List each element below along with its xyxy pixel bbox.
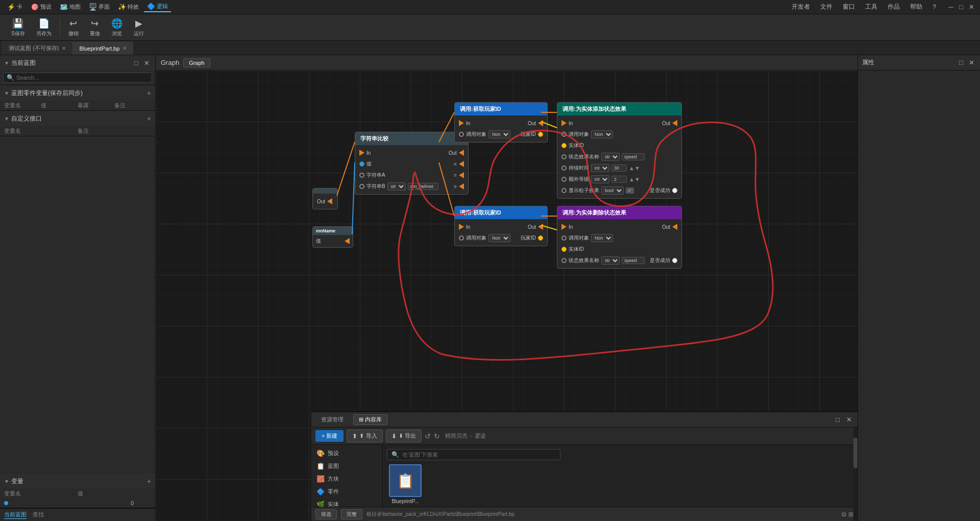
add-pin-in: In [561, 119, 645, 128]
search-input[interactable] [16, 75, 149, 81]
add-pin-out: Out [662, 119, 677, 128]
add-callobject-select[interactable]: Non [591, 130, 613, 138]
tab-current-blueprint[interactable]: 当前蓝图 [4, 511, 27, 519]
add-effectname-input[interactable] [622, 153, 645, 160]
add-pin-entityid-yellow [561, 143, 567, 148]
close-button[interactable]: ✕ [967, 3, 976, 12]
menu-item-logic[interactable]: 🔷逻辑 [144, 2, 171, 12]
copy-icon[interactable]: ⧉ [842, 511, 846, 518]
menu-item-effects[interactable]: ✨特效 [115, 2, 142, 12]
scrollbar-thumb[interactable] [853, 445, 857, 468]
menu-file[interactable]: 文件 [816, 2, 837, 12]
pin-in-triangle-1 [459, 120, 464, 126]
scrollbar-content[interactable] [853, 445, 857, 507]
tab-test-blueprint[interactable]: 测试蓝图 (不可保存) ✕ [2, 41, 72, 55]
browse-button[interactable]: 🌐 浏览 [106, 16, 128, 39]
add-level-input[interactable] [611, 176, 627, 183]
menu-question[interactable]: ? [928, 3, 940, 12]
add-var-button[interactable]: + [147, 477, 151, 485]
current-blueprint-header[interactable]: ▼ 当前蓝图 □ ✕ [0, 55, 155, 70]
complete-button[interactable]: 完整 [341, 509, 362, 519]
node-add-status-effect-header: 调用:为实体添加状态效果 [557, 103, 681, 115]
rem-pin-effectname-hollow [561, 258, 567, 263]
minimize-button[interactable]: ─ [946, 3, 955, 12]
current-blueprint-section: ▼ 当前蓝图 □ ✕ 🔍 [0, 55, 155, 85]
bottom-close-btn[interactable]: ✕ [844, 415, 853, 424]
refresh-button-2[interactable]: ↻ [434, 432, 440, 440]
menu-item-map[interactable]: 🗺️地图 [57, 2, 84, 12]
stringb-type-select[interactable]: str [387, 182, 406, 191]
bottom-expand-btn[interactable]: □ [833, 415, 842, 424]
bottom-footer: 筛选 完整 根目录\behavior_pack_orKLDroX\Parts\B… [311, 507, 857, 521]
save-button[interactable]: 💾 S保存 [6, 16, 30, 39]
cat-blueprint[interactable]: 📋 蓝图 [311, 460, 382, 472]
tab-asset-manager[interactable]: 资源管理 [315, 414, 349, 425]
toolbar: 💾 S保存 📄 另存为 ↩ 撤销 ↪ 重做 🌐 浏览 ▶ 运行 [0, 14, 980, 41]
export-button[interactable]: ⬇ ⬇ 导出 [386, 430, 422, 442]
rem-effectname-type[interactable]: str [601, 256, 620, 265]
import-button[interactable]: ⬆ ⬆ 导入 [347, 430, 382, 442]
undo-button[interactable]: ↩ 撤销 [63, 16, 84, 39]
cat-entity[interactable]: 🌿 实体 [311, 498, 382, 507]
add-duration-input[interactable] [611, 164, 627, 172]
filter-button[interactable]: 筛选 [315, 509, 337, 519]
menu-window[interactable]: 窗口 [839, 2, 859, 12]
menu-work[interactable]: 作品 [884, 2, 904, 12]
tab-blueprint-part[interactable]: BlueprintPart.bp ✕ [72, 41, 133, 55]
maximize-button[interactable]: □ [957, 3, 966, 12]
rem-callobject-select[interactable]: Non [591, 234, 613, 242]
tab-blueprint-part-close[interactable]: ✕ [122, 45, 127, 51]
refresh-button-1[interactable]: ↺ [425, 432, 431, 440]
right-panel-close-btn[interactable]: ✕ [967, 58, 976, 67]
cat-preset[interactable]: 🎨 预设 [311, 447, 382, 460]
pin-eq-row: = [454, 171, 464, 180]
add-pin-entityid: 实体ID [561, 141, 645, 150]
right-panel-expand-btn[interactable]: □ [957, 58, 966, 67]
grid-view-icon[interactable]: ⊞ [848, 511, 853, 518]
tab-search[interactable]: 查找 [33, 511, 44, 519]
menu-item-ui[interactable]: 🖥️界面 [86, 2, 113, 12]
tab-test-blueprint-close[interactable]: ✕ [62, 45, 66, 51]
run-button[interactable]: ▶ 运行 [129, 16, 149, 39]
rem-pin-callobject: 调用对象 Non [561, 233, 645, 243]
menu-developer[interactable]: 开发者 [788, 2, 814, 12]
panel-expand-btn[interactable]: □ [132, 58, 141, 67]
variables-section-header[interactable]: ▼ 蓝图零件变量(保存后同步) + [0, 85, 155, 101]
custom-interface-header[interactable]: ▼ 自定义接口 + [0, 111, 155, 126]
interface-col-headers: 变量名 备注 [0, 126, 155, 136]
callobject-select-1[interactable]: Non [488, 130, 510, 138]
tab-content-library[interactable]: ⊞ 内容库 [353, 414, 387, 425]
right-panel: 属性 □ ✕ [857, 55, 980, 521]
menu-item-preset[interactable]: 🎯预设 [28, 2, 55, 12]
add-interface-button[interactable]: + [147, 114, 151, 123]
add-level-type[interactable]: int [591, 175, 609, 183]
add-effectname-type[interactable]: str [601, 153, 620, 161]
cat-block[interactable]: 🧱 方块 [311, 472, 382, 485]
save-as-button[interactable]: 📄 另存为 [31, 16, 57, 39]
add-variable-button[interactable]: + [147, 89, 151, 97]
rem-effectname-input[interactable] [622, 257, 645, 264]
menu-tools[interactable]: 工具 [861, 2, 881, 12]
rem-pin-entityid: 实体ID [561, 245, 645, 254]
callobject-select-2[interactable]: Non [488, 234, 510, 242]
graph-tab[interactable]: Graph [183, 58, 210, 67]
add-showparticle-type[interactable]: bool [601, 186, 624, 195]
breadcrumb-item-1[interactable]: 精简贝壳 [445, 432, 468, 440]
menu-help[interactable]: 帮助 [906, 2, 926, 12]
var-col-headers: 变量名 值 [0, 489, 155, 499]
content-item-blueprintp[interactable]: 📋 BlueprintP... [387, 464, 424, 504]
panel-header-btns: □ ✕ [132, 58, 151, 67]
add-duration-type[interactable]: int [591, 164, 609, 172]
pin-out [459, 150, 464, 156]
breadcrumb-item-2[interactable]: 逻迹 [475, 432, 486, 440]
panel-close-btn[interactable]: ✕ [142, 58, 151, 67]
redo-button[interactable]: ↪ 重做 [85, 16, 105, 39]
new-button[interactable]: + 新建 [315, 430, 344, 442]
menu-item-ka[interactable]: ⚡卡 [4, 2, 26, 12]
variables-bottom-header[interactable]: ▼ 变量 + [0, 473, 155, 489]
cat-part[interactable]: 🔷 零件 [311, 485, 382, 498]
add-pin-duration: 持续时间 int ▲▼ [561, 163, 645, 173]
add-pin-effectname-hollow [561, 154, 567, 159]
stringb-value-input[interactable] [408, 183, 438, 190]
search-bottom-input[interactable] [402, 452, 556, 458]
